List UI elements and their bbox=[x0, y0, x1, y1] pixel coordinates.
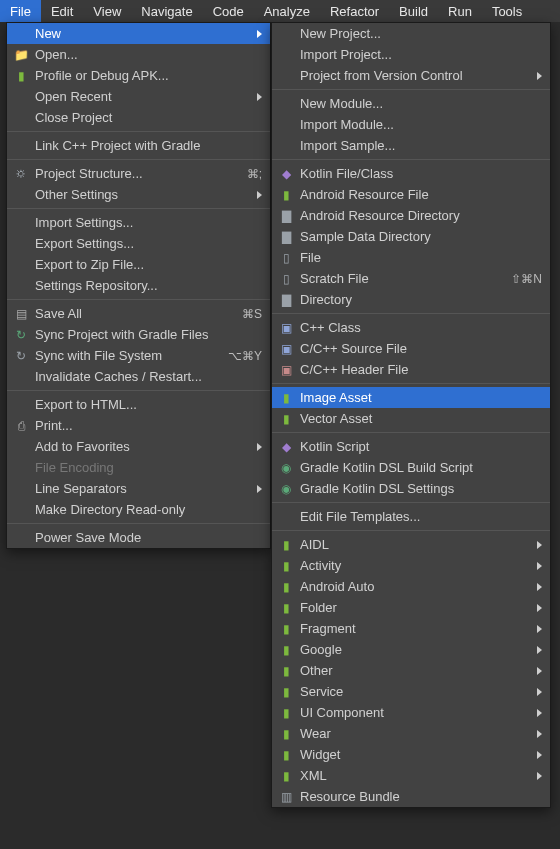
new-menu-item-activity[interactable]: ▮Activity bbox=[272, 555, 550, 576]
menu-separator bbox=[7, 159, 270, 160]
new-menu-item-file[interactable]: ▯File bbox=[272, 247, 550, 268]
new-menu-item-gradle-kotlin-dsl-build-script[interactable]: ◉Gradle Kotlin DSL Build Script bbox=[272, 457, 550, 478]
new-menu-item-import-module[interactable]: Import Module... bbox=[272, 114, 550, 135]
new-menu-item-xml[interactable]: ▮XML bbox=[272, 765, 550, 786]
spacer-icon bbox=[278, 138, 294, 154]
chevron-right-icon bbox=[537, 583, 542, 591]
file-menu-item-sync-with-file-system[interactable]: ↻Sync with File System⌥⌘Y bbox=[7, 345, 270, 366]
file-menu-item-project-structure[interactable]: ⛭Project Structure...⌘; bbox=[7, 163, 270, 184]
new-menu-item-project-from-version-control[interactable]: Project from Version Control bbox=[272, 65, 550, 86]
new-menu-item-new-project[interactable]: New Project... bbox=[272, 23, 550, 44]
new-menu-item-c-c-source-file[interactable]: ▣C/C++ Source File bbox=[272, 338, 550, 359]
file-menu-item-export-settings[interactable]: Export Settings... bbox=[7, 233, 270, 254]
menu-item-shortcut: ⌥⌘Y bbox=[218, 349, 262, 363]
menu-item-label: Folder bbox=[300, 600, 531, 615]
new-menu-item-android-auto[interactable]: ▮Android Auto bbox=[272, 576, 550, 597]
android-icon: ▮ bbox=[278, 768, 294, 784]
file-menu-item-import-settings[interactable]: Import Settings... bbox=[7, 212, 270, 233]
menu-item-label: Gradle Kotlin DSL Settings bbox=[300, 481, 542, 496]
menubar-item-run[interactable]: Run bbox=[438, 0, 482, 22]
menu-item-label: Make Directory Read-only bbox=[35, 502, 262, 517]
menu-item-label: Open Recent bbox=[35, 89, 251, 104]
file-menu-item-profile-or-debug-apk[interactable]: ▮Profile or Debug APK... bbox=[7, 65, 270, 86]
sync-icon: ↻ bbox=[13, 327, 29, 343]
menubar-item-view[interactable]: View bbox=[83, 0, 131, 22]
new-menu-item-wear[interactable]: ▮Wear bbox=[272, 723, 550, 744]
spacer-icon bbox=[13, 397, 29, 413]
file-menu-item-open[interactable]: 📁Open... bbox=[7, 44, 270, 65]
new-menu-item-fragment[interactable]: ▮Fragment bbox=[272, 618, 550, 639]
menubar-item-navigate[interactable]: Navigate bbox=[131, 0, 202, 22]
new-menu-item-service[interactable]: ▮Service bbox=[272, 681, 550, 702]
file-menu-item-other-settings[interactable]: Other Settings bbox=[7, 184, 270, 205]
new-menu-item-import-project[interactable]: Import Project... bbox=[272, 44, 550, 65]
menu-item-label: Close Project bbox=[35, 110, 262, 125]
new-menu-item-ui-component[interactable]: ▮UI Component bbox=[272, 702, 550, 723]
menu-item-shortcut: ⇧⌘N bbox=[501, 272, 542, 286]
new-menu-item-kotlin-script[interactable]: ◆Kotlin Script bbox=[272, 436, 550, 457]
new-menu-item-vector-asset[interactable]: ▮Vector Asset bbox=[272, 408, 550, 429]
new-menu-item-widget[interactable]: ▮Widget bbox=[272, 744, 550, 765]
android-icon: ▮ bbox=[278, 537, 294, 553]
menu-separator bbox=[272, 530, 550, 531]
new-menu-item-sample-data-directory[interactable]: ▇Sample Data Directory bbox=[272, 226, 550, 247]
menu-item-label: Widget bbox=[300, 747, 531, 762]
new-menu-item-aidl[interactable]: ▮AIDL bbox=[272, 534, 550, 555]
menubar-item-refactor[interactable]: Refactor bbox=[320, 0, 389, 22]
menu-item-label: Vector Asset bbox=[300, 411, 542, 426]
menu-item-label: File Encoding bbox=[35, 460, 262, 475]
file-menu-item-export-to-zip-file[interactable]: Export to Zip File... bbox=[7, 254, 270, 275]
menu-item-label: Export to Zip File... bbox=[35, 257, 262, 272]
spacer-icon bbox=[13, 530, 29, 546]
file-menu-item-save-all[interactable]: ▤Save All⌘S bbox=[7, 303, 270, 324]
new-menu-item-kotlin-file-class[interactable]: ◆Kotlin File/Class bbox=[272, 163, 550, 184]
file-menu-item-settings-repository[interactable]: Settings Repository... bbox=[7, 275, 270, 296]
menubar-item-file[interactable]: File bbox=[0, 0, 41, 22]
file-menu-item-print[interactable]: ⎙Print... bbox=[7, 415, 270, 436]
menubar-item-edit[interactable]: Edit bbox=[41, 0, 83, 22]
menubar-item-analyze[interactable]: Analyze bbox=[254, 0, 320, 22]
menubar-item-code[interactable]: Code bbox=[203, 0, 254, 22]
spacer-icon bbox=[13, 502, 29, 518]
new-menu-item-edit-file-templates[interactable]: Edit File Templates... bbox=[272, 506, 550, 527]
file-menu-item-invalidate-caches-restart[interactable]: Invalidate Caches / Restart... bbox=[7, 366, 270, 387]
new-menu-item-resource-bundle[interactable]: ▥Resource Bundle bbox=[272, 786, 550, 807]
menu-item-label: File bbox=[300, 250, 542, 265]
new-menu-item-c-c-header-file[interactable]: ▣C/C++ Header File bbox=[272, 359, 550, 380]
new-menu-item-c-class[interactable]: ▣C++ Class bbox=[272, 317, 550, 338]
new-menu-item-scratch-file[interactable]: ▯Scratch File⇧⌘N bbox=[272, 268, 550, 289]
file-menu-item-new[interactable]: New bbox=[7, 23, 270, 44]
file-menu-item-close-project[interactable]: Close Project bbox=[7, 107, 270, 128]
menu-item-label: C++ Class bbox=[300, 320, 542, 335]
menubar-item-build[interactable]: Build bbox=[389, 0, 438, 22]
file-icon: ▯ bbox=[278, 250, 294, 266]
menu-item-label: Project from Version Control bbox=[300, 68, 531, 83]
new-menu-item-google[interactable]: ▮Google bbox=[272, 639, 550, 660]
menu-item-label: Android Resource File bbox=[300, 187, 542, 202]
chevron-right-icon bbox=[257, 191, 262, 199]
menu-separator bbox=[7, 299, 270, 300]
file-menu-item-sync-project-with-gradle-files[interactable]: ↻Sync Project with Gradle Files bbox=[7, 324, 270, 345]
menu-item-label: Gradle Kotlin DSL Build Script bbox=[300, 460, 542, 475]
new-menu-item-image-asset[interactable]: ▮Image Asset bbox=[272, 387, 550, 408]
android-icon: ▮ bbox=[278, 621, 294, 637]
new-menu-item-folder[interactable]: ▮Folder bbox=[272, 597, 550, 618]
new-menu-item-directory[interactable]: ▇Directory bbox=[272, 289, 550, 310]
menu-item-label: UI Component bbox=[300, 705, 531, 720]
file-menu-item-add-to-favorites[interactable]: Add to Favorites bbox=[7, 436, 270, 457]
menu-item-label: Open... bbox=[35, 47, 262, 62]
file-menu-item-open-recent[interactable]: Open Recent bbox=[7, 86, 270, 107]
file-menu-item-make-directory-read-only[interactable]: Make Directory Read-only bbox=[7, 499, 270, 520]
new-menu-item-android-resource-file[interactable]: ▮Android Resource File bbox=[272, 184, 550, 205]
new-menu-item-gradle-kotlin-dsl-settings[interactable]: ◉Gradle Kotlin DSL Settings bbox=[272, 478, 550, 499]
file-menu-item-line-separators[interactable]: Line Separators bbox=[7, 478, 270, 499]
file-menu-item-power-save-mode[interactable]: Power Save Mode bbox=[7, 527, 270, 548]
new-menu-item-android-resource-directory[interactable]: ▇Android Resource Directory bbox=[272, 205, 550, 226]
new-menu-item-other[interactable]: ▮Other bbox=[272, 660, 550, 681]
new-menu-item-new-module[interactable]: New Module... bbox=[272, 93, 550, 114]
file-menu-item-export-to-html[interactable]: Export to HTML... bbox=[7, 394, 270, 415]
android-icon: ▮ bbox=[278, 642, 294, 658]
menubar-item-tools[interactable]: Tools bbox=[482, 0, 532, 22]
new-menu-item-import-sample[interactable]: Import Sample... bbox=[272, 135, 550, 156]
file-menu-item-link-c-project-with-gradle[interactable]: Link C++ Project with Gradle bbox=[7, 135, 270, 156]
